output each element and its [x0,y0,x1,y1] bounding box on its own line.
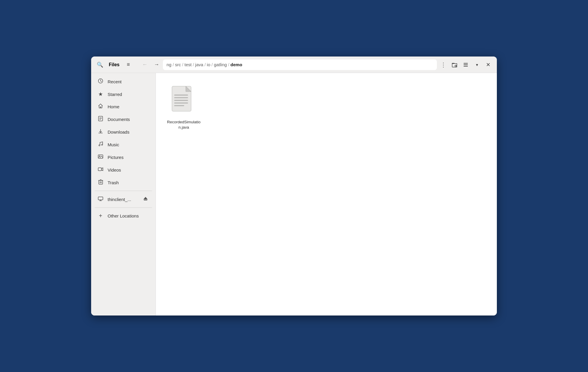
file-name-recorded-simulation: RecordedSimulation.java [167,119,201,130]
sidebar-item-label-home: Home [108,104,119,109]
open-location-button[interactable] [449,59,460,70]
breadcrumb-gatling[interactable]: gatling [214,62,227,67]
sidebar-item-label-trash: Trash [108,180,119,185]
svg-rect-16 [98,155,103,158]
sidebar-item-documents[interactable]: Documents [93,113,154,125]
breadcrumb-bar[interactable]: ng / src / test / java / io / gatling / … [163,59,437,70]
sort-button[interactable]: ▾ [472,59,482,70]
breadcrumb-java[interactable]: java [195,62,203,67]
svg-rect-25 [98,197,103,200]
toolbar: 🔍 Files ≡ ← → ng / src / test / java / i… [91,57,497,73]
svg-point-14 [99,145,100,146]
file-grid: RecordedSimulation.java [162,79,206,136]
close-button[interactable]: ✕ [483,59,493,70]
eject-button[interactable] [142,196,149,203]
sidebar: Recent ★ Starred Home [91,73,156,315]
recent-icon [98,78,103,85]
breadcrumb-ng[interactable]: ng [166,62,171,67]
star-icon: ★ [98,91,103,97]
more-options-button[interactable]: ⋮ [438,59,449,70]
documents-icon [98,116,103,123]
sidebar-item-downloads[interactable]: Downloads [93,126,154,138]
view-toggle-button[interactable] [460,59,471,70]
sidebar-divider-1 [95,191,152,191]
thinclient-icon [98,196,103,203]
sidebar-item-label-recent: Recent [108,79,122,84]
files-window: 🔍 Files ≡ ← → ng / src / test / java / i… [91,57,497,315]
svg-marker-28 [144,197,147,199]
sidebar-item-label-videos: Videos [108,167,121,172]
sidebar-item-label-pictures: Pictures [108,155,123,160]
svg-point-17 [99,156,100,157]
sidebar-item-videos[interactable]: Videos [93,164,154,176]
music-icon [98,141,103,148]
sidebar-item-label-documents: Documents [108,117,130,122]
main-content: RecordedSimulation.java [156,73,497,315]
sidebar-item-music[interactable]: Music [93,139,154,151]
breadcrumb-io[interactable]: io [207,62,211,67]
sidebar-item-starred[interactable]: ★ Starred [93,88,154,100]
app-title: Files [106,62,122,67]
home-icon [98,103,103,110]
svg-point-15 [101,144,103,145]
sidebar-item-label-thinclient: thinclient_... [108,197,138,202]
breadcrumb-test[interactable]: test [185,62,192,67]
sidebar-item-other-locations[interactable]: + Other Locations [93,210,154,222]
sidebar-item-pictures[interactable]: Pictures [93,151,154,163]
file-icon-recorded-simulation [171,85,197,117]
menu-button[interactable]: ≡ [123,59,133,70]
svg-rect-29 [144,200,147,200]
trash-icon [98,179,103,186]
forward-button[interactable]: → [151,59,162,70]
sidebar-item-label-music: Music [108,142,119,147]
sidebar-item-recent[interactable]: Recent [93,76,154,88]
plus-icon: + [98,212,103,219]
sidebar-item-thinclient[interactable]: thinclient_... [93,193,154,205]
sidebar-item-trash[interactable]: Trash [93,177,154,189]
body: Recent ★ Starred Home [91,73,497,315]
downloads-icon [98,129,103,135]
videos-icon [98,167,103,173]
svg-rect-18 [98,168,101,171]
file-item-recorded-simulation[interactable]: RecordedSimulation.java [165,82,203,133]
sidebar-item-label-starred: Starred [108,92,122,97]
sidebar-item-label-downloads: Downloads [108,129,129,134]
sidebar-item-home[interactable]: Home [93,101,154,113]
back-button[interactable]: ← [139,59,150,70]
sidebar-divider-2 [95,207,152,208]
pictures-icon [98,154,103,161]
breadcrumb-src[interactable]: src [175,62,181,67]
svg-line-7 [101,81,102,82]
breadcrumb-demo[interactable]: demo [230,62,242,67]
toolbar-right: ⋮ ▾ ✕ [438,59,493,70]
sidebar-item-label-other-locations: Other Locations [108,213,139,218]
search-button[interactable]: 🔍 [95,59,105,70]
